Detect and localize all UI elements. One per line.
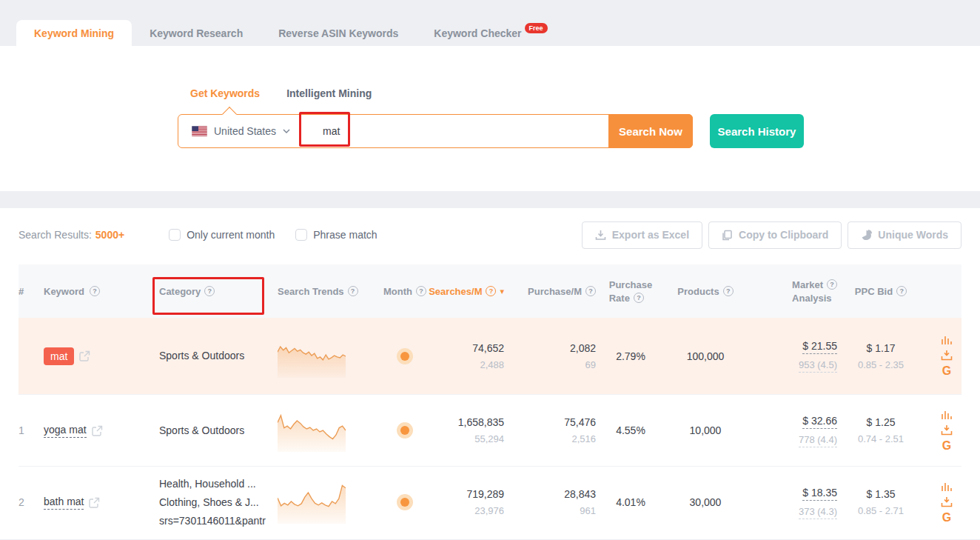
- help-icon[interactable]: ?: [585, 286, 596, 296]
- col-header-keyword[interactable]: Keyword ?: [44, 286, 159, 297]
- header-label: Analysis: [792, 293, 831, 304]
- header-label: Products: [677, 286, 719, 297]
- market-price-link[interactable]: $ 32.66: [802, 415, 837, 429]
- tab-label: Keyword Mining: [34, 27, 114, 39]
- only-current-month-option[interactable]: Only current month: [169, 229, 275, 241]
- col-header-market-analysis[interactable]: Market ? Analysis: [745, 279, 837, 304]
- unique-words-button[interactable]: Unique Words: [848, 221, 961, 249]
- market-price-link[interactable]: $ 18.35: [802, 487, 837, 501]
- export-excel-button[interactable]: Export as Excel: [582, 221, 702, 249]
- only-current-month-checkbox[interactable]: [169, 229, 181, 241]
- col-header-searches[interactable]: Searches/M ? ▾: [429, 286, 504, 297]
- search-mode-tabs: Get Keywords Intelligent Mining: [190, 87, 980, 99]
- external-link-icon[interactable]: [79, 350, 90, 361]
- market-rating-link[interactable]: 953 (4.5): [799, 359, 837, 373]
- col-header-purchase-rate[interactable]: Purchase Rate ?: [596, 279, 665, 304]
- button-label: Export as Excel: [612, 229, 689, 241]
- market-rating-link[interactable]: 778 (4.4): [799, 434, 837, 447]
- help-icon[interactable]: ?: [723, 286, 734, 296]
- keyword-search-input[interactable]: [303, 115, 608, 147]
- download-icon[interactable]: [941, 424, 953, 436]
- help-icon[interactable]: ?: [486, 286, 496, 296]
- tab-keyword-checker[interactable]: Keyword Checker Free: [416, 20, 565, 46]
- category-text: Health, Household ...: [159, 475, 278, 493]
- google-icon[interactable]: G: [942, 440, 951, 452]
- purchase-value: 75,476: [504, 416, 596, 428]
- ppc-bid-value: $ 1.17: [837, 342, 924, 354]
- month-indicator[interactable]: [397, 422, 413, 439]
- header-label: Purchase: [609, 279, 653, 290]
- help-icon[interactable]: ?: [348, 286, 358, 296]
- google-icon[interactable]: G: [942, 365, 951, 377]
- help-icon[interactable]: ?: [90, 286, 100, 296]
- ppc-bid-value: $ 1.25: [837, 416, 924, 428]
- search-panel: Get Keywords Intelligent Mining: [0, 46, 980, 191]
- search-history-button[interactable]: Search History: [710, 114, 804, 148]
- help-icon[interactable]: ?: [204, 286, 215, 296]
- country-select[interactable]: United States: [178, 115, 303, 147]
- help-icon[interactable]: ?: [416, 286, 426, 296]
- subtab-intelligent-mining[interactable]: Intelligent Mining: [286, 87, 372, 99]
- searches-sub-value: 55,294: [429, 433, 504, 444]
- phrase-match-checkbox[interactable]: [295, 229, 307, 241]
- help-icon[interactable]: ?: [827, 279, 837, 290]
- search-trend-sparkline[interactable]: [278, 481, 346, 524]
- search-now-button[interactable]: Search Now: [608, 114, 693, 148]
- checkbox-label: Phrase match: [313, 229, 377, 241]
- row-index: 2: [19, 496, 44, 508]
- google-icon[interactable]: G: [942, 512, 951, 524]
- phrase-match-option[interactable]: Phrase match: [295, 229, 377, 241]
- tab-reverse-asin-keywords[interactable]: Reverse ASIN Keywords: [261, 20, 416, 46]
- keyword-link[interactable]: yoga mat: [44, 424, 87, 438]
- row-index: 1: [19, 424, 44, 436]
- col-header-month[interactable]: Month ?: [381, 286, 429, 297]
- download-icon: [595, 230, 606, 241]
- purchase-sub-value: 961: [504, 505, 596, 516]
- searches-value: 1,658,835: [429, 416, 504, 428]
- header-label: Searches/M: [429, 286, 482, 297]
- table-row: 2 bath mat Health, Household ... Clothin…: [19, 466, 961, 538]
- market-rating-link[interactable]: 373 (4.3): [799, 506, 837, 519]
- copy-clipboard-button[interactable]: Copy to Clipboard: [708, 221, 842, 249]
- products-value: 100,000: [687, 350, 725, 362]
- col-header-search-trends[interactable]: Search Trends ?: [278, 286, 381, 297]
- month-indicator[interactable]: [397, 494, 413, 510]
- search-trend-sparkline[interactable]: [278, 335, 346, 378]
- header-label: Rate: [609, 293, 630, 304]
- searches-value: 74,652: [429, 342, 504, 354]
- month-indicator[interactable]: [397, 348, 413, 364]
- bar-chart-icon[interactable]: [941, 335, 953, 345]
- pie-chart-icon: [861, 230, 872, 241]
- subtab-get-keywords[interactable]: Get Keywords: [190, 87, 260, 99]
- searches-sub-value: 23,976: [429, 505, 504, 516]
- search-trend-sparkline[interactable]: [278, 409, 346, 452]
- market-price-link[interactable]: $ 21.55: [802, 340, 837, 354]
- tab-keyword-research[interactable]: Keyword Research: [132, 20, 261, 46]
- category-text: srs=7301146011&pantr: [159, 512, 278, 530]
- results-bar: Search Results: 5000+ Only current month…: [19, 208, 961, 261]
- category-text: Clothing, Shoes & J...: [159, 493, 278, 512]
- col-header-ppc-bid[interactable]: PPC Bid ?: [837, 286, 924, 297]
- external-link-icon[interactable]: [89, 497, 100, 508]
- external-link-icon[interactable]: [92, 425, 103, 436]
- download-icon[interactable]: [941, 496, 953, 507]
- header-label: Market: [792, 279, 823, 290]
- purchase-rate-value: 4.01%: [616, 496, 645, 508]
- month-dot: [400, 352, 409, 361]
- help-icon[interactable]: ?: [634, 293, 644, 303]
- month-dot: [400, 498, 409, 507]
- col-header-products[interactable]: Products ?: [665, 286, 745, 297]
- help-icon[interactable]: ?: [896, 286, 907, 296]
- bar-chart-icon[interactable]: [941, 410, 953, 420]
- tab-keyword-mining[interactable]: Keyword Mining: [16, 20, 132, 46]
- table-row: mat Sports & Outdoors: [19, 318, 961, 394]
- col-header-category[interactable]: Category ?: [159, 286, 278, 297]
- bar-chart-icon[interactable]: [941, 481, 953, 492]
- purchase-rate-value: 2.79%: [616, 350, 645, 362]
- col-header-purchase[interactable]: Purchase/M ?: [504, 286, 596, 297]
- keyword-link[interactable]: bath mat: [44, 496, 84, 510]
- ppc-bid-value: $ 1.35: [837, 488, 924, 500]
- top-tab-bar: Keyword Mining Keyword Research Reverse …: [0, 0, 980, 46]
- purchase-sub-value: 69: [504, 359, 596, 370]
- download-icon[interactable]: [941, 350, 953, 361]
